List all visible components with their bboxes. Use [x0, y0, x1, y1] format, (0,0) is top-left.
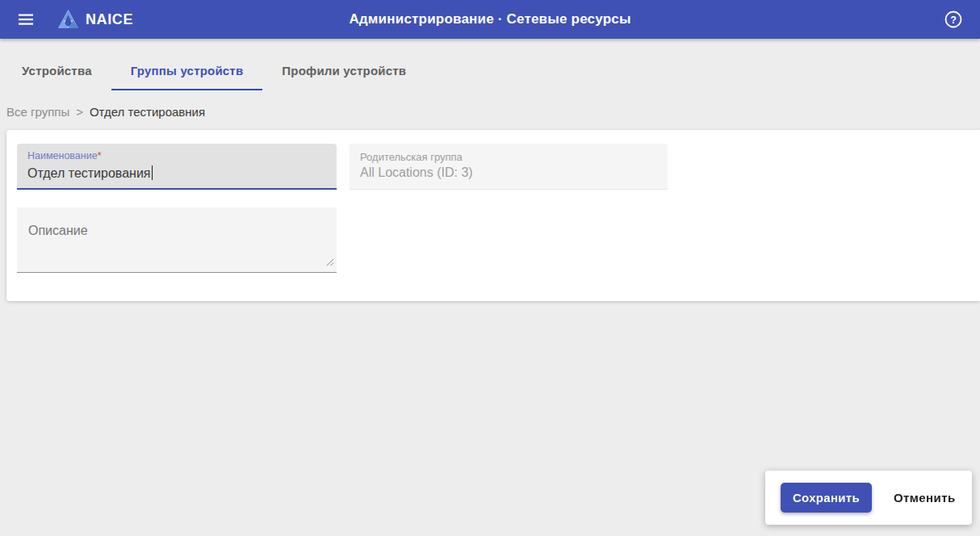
- appbar: NAICE Администрирование · Сетевые ресурс…: [0, 0, 980, 39]
- description-field-label: Описание: [28, 224, 327, 238]
- naice-logo-icon: [57, 9, 79, 30]
- description-field[interactable]: Описание: [17, 207, 337, 273]
- form-actions: Сохранить Отменить: [765, 471, 972, 525]
- svg-text:?: ?: [950, 15, 957, 26]
- parent-group-label: Родительская группа: [360, 151, 658, 163]
- help-icon[interactable]: ?: [943, 9, 964, 30]
- tab-bar: Устройства Группы устройств Профили устр…: [0, 39, 980, 90]
- save-button[interactable]: Сохранить: [781, 483, 872, 513]
- parent-group-value: All Locations (ID: 3): [360, 165, 658, 180]
- breadcrumb: Все группы > Отдел тестироавния: [6, 105, 980, 119]
- breadcrumb-current-group: Отдел тестироавния: [90, 105, 205, 119]
- breadcrumb-separator: >: [76, 105, 83, 119]
- text-caret: [152, 165, 153, 180]
- name-field[interactable]: Наименование* Отдел тестирования: [17, 144, 337, 190]
- parent-group-field: Родительская группа All Locations (ID: 3…: [350, 144, 668, 190]
- resize-handle-icon[interactable]: [326, 255, 334, 270]
- cancel-button[interactable]: Отменить: [889, 484, 961, 511]
- hamburger-menu-icon[interactable]: [16, 10, 36, 29]
- group-edit-form: Наименование* Отдел тестирования Родител…: [6, 130, 980, 301]
- brand-name: NAICE: [86, 11, 133, 28]
- brand: NAICE: [57, 9, 133, 30]
- page-title: Администрирование · Сетевые ресурсы: [0, 11, 980, 27]
- tab-device-groups[interactable]: Группы устройств: [111, 52, 263, 90]
- name-field-value: Отдел тестирования: [27, 165, 327, 181]
- name-field-label: Наименование*: [27, 150, 327, 162]
- required-asterisk: *: [98, 150, 102, 161]
- breadcrumb-all-groups[interactable]: Все группы: [6, 105, 69, 119]
- tab-devices[interactable]: Устройства: [2, 52, 111, 90]
- tab-device-profiles[interactable]: Профили устройств: [262, 52, 425, 90]
